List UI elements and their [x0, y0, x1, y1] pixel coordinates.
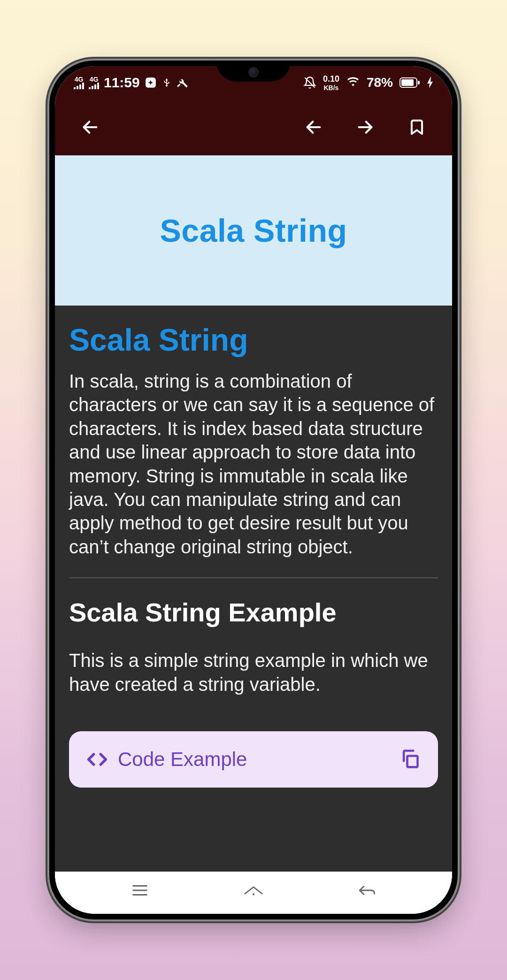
svg-rect-17 — [407, 756, 418, 767]
svg-text:✦: ✦ — [148, 79, 154, 86]
home-icon — [244, 884, 263, 897]
system-nav-bar — [55, 872, 452, 914]
example-heading: Scala String Example — [69, 597, 438, 628]
home-button[interactable] — [232, 876, 275, 904]
battery-pct: 78% — [367, 75, 393, 90]
data-rate-value: 0.10 — [323, 74, 339, 84]
status-left: 4G 4G 11:59 ✦ — [74, 75, 189, 91]
signal-bars-icon — [74, 83, 84, 89]
status-right: 0.10 KB/s 78% — [303, 74, 433, 92]
code-card-label: Code Example — [118, 748, 247, 771]
article-body: In scala, string is a combination of cha… — [69, 369, 438, 559]
phone-notch — [216, 61, 291, 82]
svg-rect-12 — [401, 79, 414, 86]
system-back-button[interactable] — [346, 876, 388, 904]
svg-rect-7 — [97, 83, 99, 89]
svg-rect-13 — [418, 81, 420, 84]
charging-icon — [427, 77, 433, 88]
nav-prev-button[interactable] — [297, 111, 330, 144]
code-icon — [87, 751, 108, 767]
recent-apps-button[interactable] — [119, 876, 161, 904]
svg-rect-2 — [79, 84, 81, 89]
screen: 4G 4G 11:59 ✦ 0.1 — [55, 66, 452, 914]
tools-icon — [177, 77, 189, 89]
status-time: 11:59 — [104, 75, 140, 91]
battery-icon — [399, 77, 420, 88]
svg-rect-4 — [89, 87, 91, 89]
bookmark-button[interactable] — [400, 111, 433, 144]
hero-title: Scala String — [160, 212, 347, 249]
data-rate: 0.10 KB/s — [323, 74, 339, 92]
app-bar — [55, 99, 452, 155]
code-card-left: Code Example — [87, 748, 247, 771]
app-badge-icon: ✦ — [145, 77, 157, 89]
signal-1-label: 4G — [75, 76, 84, 83]
divider — [69, 577, 438, 578]
svg-point-21 — [253, 893, 254, 895]
arrow-left-icon — [304, 118, 323, 137]
back-button[interactable] — [74, 111, 107, 144]
hero-banner: Scala String — [55, 155, 452, 306]
arrow-left-icon — [81, 118, 100, 137]
menu-icon — [131, 883, 149, 897]
phone-frame: 4G 4G 11:59 ✦ 0.1 — [49, 61, 458, 919]
article-heading: Scala String — [69, 322, 438, 358]
svg-rect-1 — [77, 86, 78, 89]
svg-rect-3 — [82, 83, 84, 89]
camera-lens — [248, 67, 259, 77]
copy-button[interactable] — [399, 748, 420, 771]
nav-next-button[interactable] — [349, 111, 382, 144]
svg-rect-6 — [94, 84, 96, 89]
signal-2-label: 4G — [90, 76, 99, 83]
wifi-icon — [346, 77, 360, 88]
copy-icon — [399, 748, 420, 769]
svg-rect-5 — [92, 86, 93, 89]
signal-1: 4G — [74, 76, 84, 89]
signal-2: 4G — [89, 76, 99, 89]
code-example-card[interactable]: Code Example — [69, 731, 438, 788]
back-icon — [358, 884, 376, 896]
bookmark-icon — [408, 118, 426, 136]
bell-off-icon — [303, 76, 316, 89]
data-rate-unit: KB/s — [323, 84, 338, 92]
example-body: This is a simple string example in which… — [69, 649, 438, 696]
content-area[interactable]: Scala String Scala String In scala, stri… — [55, 155, 452, 872]
signal-bars-icon — [89, 83, 99, 89]
arrow-right-icon — [356, 118, 375, 137]
usb-icon — [161, 76, 172, 89]
article: Scala String In scala, string is a combi… — [55, 306, 452, 804]
svg-rect-0 — [74, 87, 76, 89]
